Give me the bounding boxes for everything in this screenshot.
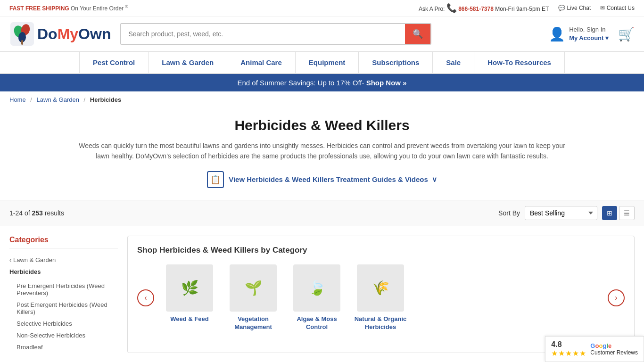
breadcrumb-current: Herbicides bbox=[90, 96, 121, 103]
nav-item-pest-control[interactable]: Pest Control bbox=[79, 52, 149, 73]
logo[interactable]: DoMyOwn bbox=[9, 21, 111, 47]
sidebar: Categories ‹ Lawn & Garden Herbicides Pr… bbox=[9, 236, 118, 353]
category-card-label: Algae & Moss Control bbox=[289, 315, 345, 331]
sidebar-current-category: Herbicides bbox=[9, 266, 118, 278]
nav-item-equipment[interactable]: Equipment bbox=[296, 52, 359, 73]
grid-view-button[interactable]: ⊞ bbox=[602, 206, 617, 220]
list-view-button[interactable]: ☰ bbox=[619, 206, 635, 220]
main-nav: Pest ControlLawn & GardenAnimal CareEqui… bbox=[0, 52, 644, 74]
category-card-label: Vegetation Management bbox=[225, 315, 281, 331]
category-card-image: 🌱 bbox=[230, 264, 277, 312]
guides-icon: 📋 bbox=[207, 171, 224, 188]
nav-item-sale[interactable]: Sale bbox=[433, 52, 474, 73]
phone-icon: 📞 bbox=[446, 3, 457, 13]
nav-item-lawn---garden[interactable]: Lawn & Garden bbox=[149, 52, 227, 73]
results-count: 1-24 of 253 results bbox=[9, 209, 64, 217]
sidebar-item[interactable]: Non-Selective Herbicides bbox=[9, 329, 118, 341]
category-card[interactable]: 🌱 Vegetation Management bbox=[225, 264, 281, 331]
google-rating-number: 4.8 ★★★★★ bbox=[551, 340, 586, 358]
header-right: 👤 Hello, Sign In My Account ▾ 🛒 bbox=[549, 25, 635, 42]
google-label: Google Customer Reviews bbox=[590, 342, 638, 356]
category-card-image: 🌿 bbox=[166, 264, 213, 312]
range-start: 1 bbox=[9, 209, 13, 217]
google-logo: Google bbox=[590, 342, 638, 349]
top-bar: FAST FREE SHIPPING On Your Entire Order … bbox=[0, 0, 644, 16]
breadcrumb: Home / Lawn & Garden / Herbicides bbox=[0, 91, 644, 108]
category-cards: ‹ 🌿 Weed & Feed 🌱 Vegetation Management … bbox=[137, 264, 625, 331]
chat-icon: 💬 bbox=[558, 5, 565, 11]
sidebar-item[interactable]: Post Emergent Herbicides (Weed Killers) bbox=[9, 299, 118, 318]
breadcrumb-lawn-garden[interactable]: Lawn & Garden bbox=[37, 96, 79, 103]
promo-cta[interactable]: Shop Now » bbox=[366, 79, 407, 87]
logo-text: DoMyOwn bbox=[37, 25, 111, 43]
results-label: results bbox=[45, 209, 64, 217]
shipping-sup: ® bbox=[125, 4, 128, 9]
phone-hours: Mon-Fri 9am-5pm ET bbox=[495, 6, 549, 12]
shipping-label: FAST FREE SHIPPING bbox=[9, 5, 69, 12]
guides-link[interactable]: View Herbicides & Weed Killers Treatment… bbox=[229, 175, 437, 184]
google-sub-label: Customer Reviews bbox=[590, 349, 638, 356]
account-section[interactable]: 👤 Hello, Sign In My Account ▾ bbox=[549, 25, 609, 42]
sidebar-item[interactable]: Pre Emergent Herbicides (Weed Preventers… bbox=[9, 280, 118, 299]
category-card-image: 🌾 bbox=[357, 264, 404, 312]
carousel-prev-button[interactable]: ‹ bbox=[137, 289, 154, 306]
search-icon: 🔍 bbox=[413, 29, 423, 39]
sidebar-children: Pre Emergent Herbicides (Weed Preventers… bbox=[9, 280, 118, 353]
promo-banner: End of Summer Savings: Up to 17% Off- Sh… bbox=[0, 74, 644, 91]
ask-pro-label: Ask A Pro: 📞 866-581-7378 Mon-Fri 9am-5p… bbox=[419, 3, 549, 13]
category-card-label: Natural & Organic Herbicides bbox=[352, 315, 409, 331]
breadcrumb-home[interactable]: Home bbox=[9, 96, 26, 103]
promo-text: End of Summer Savings: Up to 17% Off- bbox=[237, 79, 364, 87]
total-results: 253 bbox=[32, 209, 43, 217]
category-card-label: Weed & Feed bbox=[161, 315, 218, 323]
shipping-promo: FAST FREE SHIPPING On Your Entire Order … bbox=[9, 4, 128, 12]
my-account-link[interactable]: My Account ▾ bbox=[569, 34, 609, 42]
chevron-down-icon: ∨ bbox=[432, 175, 437, 184]
category-cards-list: 🌿 Weed & Feed 🌱 Vegetation Management 🍃 … bbox=[161, 264, 409, 331]
header: DoMyOwn 🔍 👤 Hello, Sign In My Account ▾ … bbox=[0, 16, 644, 52]
view-toggle: ⊞ ☰ bbox=[602, 206, 635, 220]
cart-icon[interactable]: 🛒 bbox=[618, 26, 635, 42]
category-card[interactable]: 🍃 Algae & Moss Control bbox=[289, 264, 345, 331]
carousel-next-button[interactable]: › bbox=[608, 289, 625, 306]
contact-us-link[interactable]: ✉ Contact Us bbox=[600, 5, 635, 11]
nav-item-subscriptions[interactable]: Subscriptions bbox=[359, 52, 433, 73]
search-button[interactable]: 🔍 bbox=[405, 24, 430, 44]
phone-number: 866-581-7378 bbox=[458, 6, 494, 12]
sort-controls: Sort By Best SellingPrice: Low to HighPr… bbox=[498, 206, 635, 220]
logo-icon bbox=[9, 21, 35, 47]
page-title: Herbicides & Weed Killers bbox=[0, 117, 644, 133]
search-input[interactable] bbox=[121, 24, 405, 44]
breadcrumb-sep2: / bbox=[84, 96, 86, 103]
sidebar-item[interactable]: Selective Herbicides bbox=[9, 318, 118, 329]
category-section-title: Shop Herbicides & Weed Killers by Catego… bbox=[137, 246, 625, 255]
guides-link-section: 📋 View Herbicides & Weed Killers Treatme… bbox=[0, 171, 644, 188]
sort-label: Sort By bbox=[498, 209, 520, 217]
category-card[interactable]: 🌾 Natural & Organic Herbicides bbox=[352, 264, 409, 331]
range-end: 24 bbox=[15, 209, 23, 217]
svg-rect-4 bbox=[21, 40, 23, 45]
sidebar-parent-link[interactable]: ‹ Lawn & Garden bbox=[9, 254, 118, 266]
chevron-down-icon: ▾ bbox=[605, 34, 609, 41]
page-description: Weeds can quickly turn the most beautifu… bbox=[63, 140, 581, 162]
nav-item-how-to-resources[interactable]: How-To Resources bbox=[474, 52, 565, 73]
hello-text: Hello, Sign In bbox=[569, 25, 609, 34]
google-reviews-badge[interactable]: 4.8 ★★★★★ Google Customer Reviews bbox=[545, 336, 644, 362]
live-chat-link[interactable]: 💬 Live Chat bbox=[558, 5, 591, 11]
sidebar-item[interactable]: Broadleaf bbox=[9, 341, 118, 353]
search-bar[interactable]: 🔍 bbox=[120, 23, 431, 45]
category-section: Shop Herbicides & Weed Killers by Catego… bbox=[127, 236, 635, 353]
guides-link-text: View Herbicides & Weed Killers Treatment… bbox=[229, 175, 428, 183]
mail-icon: ✉ bbox=[600, 5, 605, 11]
shipping-text: On Your Entire Order bbox=[71, 5, 124, 12]
breadcrumb-sep1: / bbox=[30, 96, 32, 103]
sidebar-categories-title: Categories bbox=[9, 236, 118, 248]
category-card-image: 🍃 bbox=[293, 264, 340, 312]
sort-dropdown[interactable]: Best SellingPrice: Low to HighPrice: Hig… bbox=[525, 206, 597, 220]
google-stars: ★★★★★ bbox=[551, 349, 586, 358]
top-bar-right: Ask A Pro: 📞 866-581-7378 Mon-Fri 9am-5p… bbox=[419, 3, 635, 13]
nav-item-animal-care[interactable]: Animal Care bbox=[227, 52, 296, 73]
user-icon: 👤 bbox=[549, 26, 565, 42]
results-bar: 1-24 of 253 results Sort By Best Selling… bbox=[0, 200, 644, 226]
category-card[interactable]: 🌿 Weed & Feed bbox=[161, 264, 218, 331]
